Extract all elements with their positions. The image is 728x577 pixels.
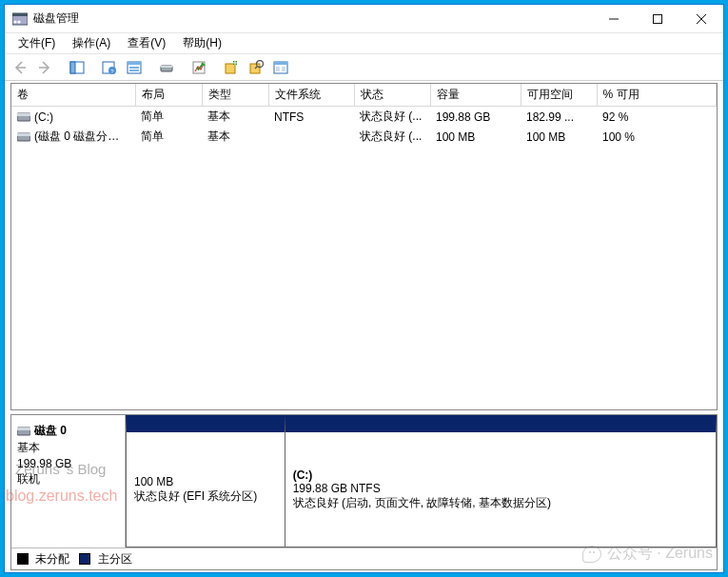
close-button[interactable] bbox=[679, 5, 723, 33]
content: 卷 布局 类型 文件系统 状态 容量 可用空间 % 可用 (C:)简单基本NTF… bbox=[5, 81, 723, 572]
legend-primary-label: 主分区 bbox=[98, 552, 132, 566]
col-status[interactable]: 状态 bbox=[354, 84, 430, 107]
disk-graph: 100 MB状态良好 (EFI 系统分区)(C:)199.88 GB NTFS状… bbox=[126, 415, 717, 547]
graphical-pane: 磁盘 0 基本 199.98 GB 联机 100 MB状态良好 (EFI 系统分… bbox=[10, 414, 718, 570]
legend-unallocated: 未分配 bbox=[17, 551, 69, 567]
cell-status: 状态良好 (... bbox=[354, 107, 430, 128]
show-hide-tree-button[interactable] bbox=[66, 57, 89, 78]
menu-view[interactable]: 查看(V) bbox=[120, 33, 173, 53]
help-button[interactable]: ? bbox=[98, 57, 121, 78]
disk-capacity: 199.98 GB bbox=[17, 457, 119, 470]
table-row[interactable]: (C:)简单基本NTFS状态良好 (...199.88 GB182.99 ...… bbox=[11, 107, 717, 128]
menubar: 文件(F) 操作(A) 查看(V) 帮助(H) bbox=[5, 33, 723, 54]
svg-rect-32 bbox=[17, 113, 30, 116]
swatch-unallocated-icon bbox=[17, 553, 29, 565]
cell-fs: NTFS bbox=[268, 107, 354, 128]
svg-point-3 bbox=[17, 20, 20, 23]
forward-button[interactable] bbox=[33, 57, 56, 78]
cell-fs bbox=[268, 127, 354, 147]
svg-rect-36 bbox=[17, 428, 30, 430]
window-title: 磁盘管理 bbox=[33, 10, 79, 27]
cell-free: 100 MB bbox=[521, 127, 597, 147]
svg-rect-29 bbox=[276, 67, 280, 71]
back-button[interactable] bbox=[9, 57, 31, 78]
more-actions-button[interactable] bbox=[269, 57, 292, 78]
disk-info[interactable]: 磁盘 0 基本 199.98 GB 联机 bbox=[11, 415, 126, 547]
svg-rect-9 bbox=[70, 62, 75, 73]
disk-state: 联机 bbox=[17, 471, 119, 487]
cell-status: 状态良好 (... bbox=[354, 127, 430, 147]
col-volume[interactable]: 卷 bbox=[11, 84, 135, 107]
svg-rect-30 bbox=[282, 67, 285, 71]
disk-row: 磁盘 0 基本 199.98 GB 联机 100 MB状态良好 (EFI 系统分… bbox=[11, 415, 717, 548]
svg-rect-34 bbox=[17, 133, 30, 136]
svg-rect-18 bbox=[161, 66, 172, 68]
svg-rect-16 bbox=[129, 70, 139, 71]
svg-rect-28 bbox=[274, 62, 287, 65]
segment-status: 状态良好 (启动, 页面文件, 故障转储, 基本数据分区) bbox=[293, 495, 708, 511]
menu-file[interactable]: 文件(F) bbox=[10, 33, 63, 53]
volume-table: 卷 布局 类型 文件系统 状态 容量 可用空间 % 可用 (C:)简单基本NTF… bbox=[11, 84, 717, 147]
app-icon bbox=[12, 11, 28, 27]
segment-status: 状态良好 (EFI 系统分区) bbox=[134, 488, 277, 505]
swatch-primary-icon bbox=[79, 553, 90, 565]
cell-capacity: 100 MB bbox=[430, 127, 521, 147]
settings-button[interactable] bbox=[123, 57, 146, 78]
partition-segment[interactable]: (C:)199.88 GB NTFS状态良好 (启动, 页面文件, 故障转储, … bbox=[285, 415, 717, 547]
menu-action[interactable]: 操作(A) bbox=[65, 33, 118, 53]
cell-type: 基本 bbox=[202, 107, 268, 128]
disk-name: 磁盘 0 bbox=[34, 423, 67, 439]
titlebar: 磁盘管理 bbox=[5, 5, 723, 33]
cell-volume: (磁盘 0 磁盘分区 1) bbox=[11, 127, 135, 147]
cell-pctfree: 92 % bbox=[597, 107, 717, 128]
cell-volume: (C:) bbox=[11, 107, 135, 128]
cell-type: 基本 bbox=[202, 127, 268, 147]
col-pctfree[interactable]: % 可用 bbox=[597, 84, 717, 107]
attach-vhd-button[interactable] bbox=[245, 57, 267, 78]
toolbar: ? bbox=[5, 54, 723, 81]
maximize-button[interactable] bbox=[636, 5, 679, 33]
volume-icon bbox=[17, 112, 30, 122]
legend: 未分配 主分区 bbox=[11, 548, 717, 569]
segment-size: 100 MB bbox=[134, 475, 277, 488]
svg-point-2 bbox=[13, 20, 16, 23]
legend-primary: 主分区 bbox=[79, 551, 131, 567]
legend-unallocated-label: 未分配 bbox=[35, 552, 69, 566]
cell-capacity: 199.88 GB bbox=[430, 107, 521, 128]
disk-icon bbox=[17, 427, 30, 436]
disk-type: 基本 bbox=[17, 440, 119, 456]
partition-segment[interactable]: 100 MB状态良好 (EFI 系统分区) bbox=[126, 415, 285, 547]
cell-pctfree: 100 % bbox=[597, 127, 717, 147]
col-capacity[interactable]: 容量 bbox=[430, 84, 521, 107]
create-vhd-button[interactable] bbox=[220, 57, 243, 78]
list-button[interactable] bbox=[187, 57, 210, 78]
segment-size: 199.88 GB NTFS bbox=[293, 482, 708, 495]
svg-rect-14 bbox=[128, 62, 141, 65]
col-fs[interactable]: 文件系统 bbox=[268, 84, 354, 107]
col-free[interactable]: 可用空间 bbox=[521, 84, 597, 107]
cell-free: 182.99 ... bbox=[521, 107, 597, 128]
table-row[interactable]: (磁盘 0 磁盘分区 1)简单基本状态良好 (...100 MB100 MB10… bbox=[11, 127, 717, 147]
segment-name: (C:) bbox=[293, 468, 708, 482]
refresh-button[interactable] bbox=[155, 57, 178, 78]
col-type[interactable]: 类型 bbox=[202, 84, 268, 107]
svg-rect-5 bbox=[654, 14, 662, 23]
svg-rect-20 bbox=[226, 64, 235, 73]
col-layout[interactable]: 布局 bbox=[135, 84, 202, 107]
menu-help[interactable]: 帮助(H) bbox=[175, 33, 229, 53]
svg-rect-23 bbox=[233, 62, 237, 63]
window: 磁盘管理 文件(F) 操作(A) 查看(V) 帮助(H) ? bbox=[4, 4, 724, 573]
cell-layout: 简单 bbox=[135, 107, 202, 128]
cell-layout: 简单 bbox=[135, 127, 202, 147]
minimize-button[interactable] bbox=[592, 5, 636, 33]
volume-icon bbox=[17, 132, 30, 142]
volume-list-pane[interactable]: 卷 布局 类型 文件系统 状态 容量 可用空间 % 可用 (C:)简单基本NTF… bbox=[10, 83, 718, 410]
svg-rect-15 bbox=[129, 67, 139, 69]
svg-rect-1 bbox=[12, 13, 28, 16]
